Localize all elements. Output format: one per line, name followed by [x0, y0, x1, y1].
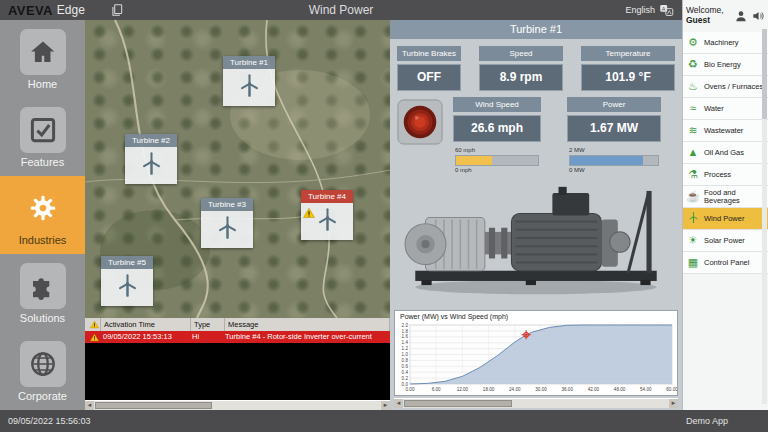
- svg-text:A: A: [662, 5, 666, 11]
- food-beverages-icon: ☕: [686, 191, 700, 203]
- sidebar-item-label: Industries: [19, 234, 67, 246]
- turbine-panel-title: Turbine #1: [390, 20, 682, 39]
- marker-label: Turbine #2: [125, 134, 177, 147]
- speed-label: Speed: [479, 46, 563, 61]
- turbine-stats-row: Turbine Brakes OFF Speed 8.9 rpm Tempera…: [397, 46, 675, 91]
- turbine-stats-row-2: Wind Speed 26.6 mph 60 mph 0 mph Power 1…: [397, 97, 675, 174]
- svg-text:18.00: 18.00: [483, 387, 495, 392]
- map-marker-turbine-3[interactable]: Turbine #3: [201, 198, 253, 248]
- oil-and-gas-icon: ▲: [686, 147, 700, 159]
- scroll-left-icon[interactable]: ◄: [85, 401, 94, 410]
- sidebar-item-home[interactable]: Home: [0, 20, 85, 98]
- sidebar-item-label: Home: [28, 78, 57, 90]
- main-sidebar: HomeFeaturesIndustriesSolutionsCorporate: [0, 20, 85, 410]
- svg-text:0.00: 0.00: [406, 387, 415, 392]
- svg-text:0.2: 0.2: [402, 376, 409, 381]
- industry-item-label: Wastewater: [704, 127, 743, 135]
- scroll-right-icon[interactable]: ►: [669, 399, 678, 408]
- power-curve-chart: Power (MW) vs Wind Speed (mph) 0.00.20.4…: [394, 310, 678, 396]
- alarm-col-activation-time[interactable]: Activation Time: [101, 318, 191, 331]
- marker-label: Turbine #3: [201, 198, 253, 211]
- aveva-edge-app: AVEVA Edge Wind Power English A HomeFeat…: [0, 0, 768, 432]
- wastewater-icon: ≋: [686, 125, 700, 137]
- chart-plot-area: 0.00.20.40.60.81.01.21.41.61.82.00.006.0…: [395, 322, 677, 394]
- industries-vertical-scrollbar[interactable]: [762, 29, 767, 404]
- scroll-thumb[interactable]: [404, 400, 512, 407]
- alarm-col-type[interactable]: Type: [191, 318, 225, 331]
- scroll-track[interactable]: [94, 401, 381, 410]
- industry-item-label: Bio Energy: [704, 61, 741, 69]
- industry-item-label: Food and Beverages: [704, 189, 765, 205]
- industry-item-label: Oil And Gas: [704, 149, 744, 157]
- sidebar-item-label: Corporate: [18, 390, 67, 402]
- industry-item-label: Control Panel: [704, 259, 749, 267]
- solar-power-icon: ☀: [686, 235, 700, 247]
- marker-thumbnail: [201, 211, 253, 248]
- emergency-stop-button[interactable]: [397, 99, 443, 145]
- industry-item-machinery[interactable]: ⚙Machinery: [683, 32, 768, 54]
- map-view[interactable]: Turbine #1Turbine #2Turbine #3Turbine #4…: [85, 20, 390, 318]
- industry-item-process[interactable]: ⚗Process: [683, 164, 768, 186]
- wind-turbine-icon: [214, 214, 241, 245]
- svg-text:0.4: 0.4: [402, 370, 409, 375]
- power-gauge-max: 2 MW: [569, 147, 659, 154]
- svg-text:1.6: 1.6: [402, 334, 409, 339]
- turbine-detail-panel: Turbine #1 Turbine Brakes OFF Speed 8.9 …: [390, 20, 682, 410]
- industry-item-wastewater[interactable]: ≋Wastewater: [683, 120, 768, 142]
- warning-icon: [303, 205, 315, 217]
- industry-item-bio-energy[interactable]: ♻Bio Energy: [683, 54, 768, 76]
- alarm-type: Hi: [189, 331, 222, 343]
- map-marker-turbine-4[interactable]: Turbine #4: [301, 190, 353, 240]
- svg-text:42.00: 42.00: [588, 387, 600, 392]
- sidebar-item-corporate[interactable]: Corporate: [0, 332, 85, 410]
- temperature-value: 101.9 °F: [581, 64, 675, 91]
- industry-item-oil-and-gas[interactable]: ▲Oil And Gas: [683, 142, 768, 164]
- alarm-row[interactable]: 09/05/2022 15:53:13HiTurbine #4 - Rotor-…: [85, 331, 390, 343]
- translate-icon: A: [659, 3, 674, 18]
- wind-turbine-icon: [686, 211, 700, 227]
- power-label: Power: [567, 97, 661, 112]
- wind-turbine-icon: [114, 272, 141, 303]
- scroll-thumb[interactable]: [95, 402, 212, 409]
- industry-item-water[interactable]: ≈Water: [683, 98, 768, 120]
- turbine-brakes-value[interactable]: OFF: [397, 64, 461, 91]
- alarm-horizontal-scrollbar[interactable]: ◄ ►: [85, 400, 390, 410]
- welcome-area: Welcome, Guest: [683, 0, 768, 32]
- industry-item-control-panel[interactable]: ▦Control Panel: [683, 252, 768, 274]
- user-avatar-icon[interactable]: [734, 9, 748, 23]
- industry-item-label: Wind Power: [704, 215, 744, 223]
- industry-item-solar-power[interactable]: ☀Solar Power: [683, 230, 768, 252]
- alarm-col-message[interactable]: Message: [225, 318, 390, 331]
- scroll-thumb[interactable]: [762, 29, 767, 119]
- sidebar-item-features[interactable]: Features: [0, 98, 85, 176]
- speed-value: 8.9 rpm: [479, 64, 563, 91]
- scroll-track[interactable]: [403, 399, 669, 408]
- svg-text:60.00: 60.00: [666, 387, 677, 392]
- industry-item-ovens-furnaces[interactable]: ♨Ovens / Furnaces: [683, 76, 768, 98]
- map-marker-turbine-2[interactable]: Turbine #2: [125, 134, 177, 184]
- username-label: Guest: [686, 16, 731, 26]
- marker-thumbnail: [223, 69, 275, 106]
- status-app-name: Demo App: [686, 410, 728, 432]
- features-checklist-icon: [20, 107, 66, 153]
- speaker-icon[interactable]: [751, 9, 765, 23]
- solutions-puzzle-icon: [20, 263, 66, 309]
- sidebar-item-label: Solutions: [20, 312, 65, 324]
- industry-item-wind-power[interactable]: Wind Power: [683, 208, 768, 230]
- industry-item-food-and-beverages[interactable]: ☕Food and Beverages: [683, 186, 768, 208]
- language-selector[interactable]: English A: [625, 0, 674, 20]
- sidebar-item-industries[interactable]: Industries: [0, 176, 85, 254]
- map-marker-turbine-1[interactable]: Turbine #1: [223, 56, 275, 106]
- scroll-right-icon[interactable]: ►: [381, 401, 390, 410]
- map-marker-turbine-5[interactable]: Turbine #5: [101, 256, 153, 306]
- industry-item-label: Ovens / Furnaces: [704, 83, 763, 91]
- wind-speed-value: 26.6 mph: [453, 115, 541, 142]
- scroll-left-icon[interactable]: ◄: [394, 399, 403, 408]
- alarm-message: Turbine #4 - Rotor-side Inverter over-cu…: [222, 331, 390, 343]
- power-gauge-bar: [570, 156, 643, 165]
- wind-turbine-icon: [236, 72, 263, 103]
- chart-horizontal-scrollbar[interactable]: ◄ ►: [394, 398, 678, 408]
- wind-speed-label: Wind Speed: [453, 97, 541, 112]
- sidebar-item-solutions[interactable]: Solutions: [0, 254, 85, 332]
- svg-text:1.4: 1.4: [402, 340, 409, 345]
